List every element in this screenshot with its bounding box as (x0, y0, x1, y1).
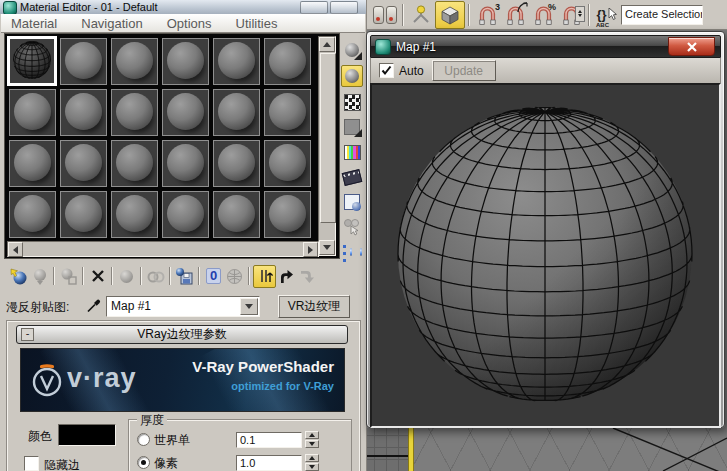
material-id-channel-icon[interactable]: 0 (203, 266, 224, 287)
put-material-to-scene-icon[interactable] (29, 266, 50, 287)
map-name-combobox[interactable]: Map #1 (106, 296, 260, 317)
put-to-library-icon[interactable] (174, 266, 195, 287)
map-window-titlebar[interactable]: Map #1 (370, 35, 721, 58)
viewport-left-grid (363, 428, 408, 471)
material-slot[interactable] (264, 191, 311, 238)
maximize-button[interactable] (330, 1, 358, 14)
palette-vertical-scrollbar[interactable] (318, 36, 336, 256)
assign-material-to-selection-icon[interactable] (58, 266, 79, 287)
material-slot[interactable] (60, 89, 107, 136)
reset-map-icon[interactable] (87, 266, 108, 287)
material-slot[interactable] (264, 89, 311, 136)
make-unique-icon[interactable] (145, 266, 166, 287)
toolbar-separator (588, 4, 590, 26)
map-window-toolbar: Auto Update (370, 58, 721, 83)
video-color-check-icon[interactable] (342, 142, 362, 162)
rollout-header[interactable]: - VRay边纹理参数 (16, 325, 348, 344)
named-selection-sets-icon[interactable]: {} ABC (593, 2, 621, 28)
world-units-radio[interactable] (137, 433, 150, 446)
color-swatch[interactable] (58, 424, 116, 446)
scrollbar-thumb[interactable] (320, 53, 336, 223)
close-button[interactable] (668, 37, 715, 56)
show-map-in-viewport-icon[interactable] (224, 266, 245, 287)
material-slot[interactable] (162, 89, 209, 136)
wireframe-sphere-render (372, 85, 719, 422)
scroll-up-button[interactable] (319, 37, 335, 52)
material-slot[interactable] (8, 37, 56, 85)
material-slot[interactable] (111, 191, 158, 238)
keyboard-override-icon[interactable] (371, 2, 399, 28)
material-editor-titlebar[interactable]: Material Editor - 01 - Default (0, 0, 366, 14)
sample-type-icon[interactable] (342, 40, 362, 60)
material-slot[interactable] (9, 140, 56, 187)
material-slot[interactable] (60, 191, 107, 238)
world-units-field[interactable]: 0.1 (236, 432, 302, 448)
snap-3d-icon[interactable]: 3 (473, 2, 501, 28)
pick-material-eyedropper-icon[interactable] (86, 297, 102, 313)
create-selection-field[interactable]: Create Selection (621, 5, 703, 25)
angle-snap-icon[interactable] (501, 2, 529, 28)
make-preview-icon[interactable] (342, 167, 362, 187)
scroll-left-button[interactable] (8, 242, 23, 257)
material-slot[interactable] (60, 140, 107, 187)
menu-utilities[interactable]: Utilities (236, 16, 278, 31)
sample-uv-tiling-icon[interactable] (342, 117, 362, 137)
pixels-field[interactable]: 1.0 (236, 455, 302, 471)
material-slot[interactable] (213, 38, 260, 85)
material-slot[interactable] (9, 89, 56, 136)
max-app-icon (3, 1, 17, 14)
update-button[interactable]: Update (432, 60, 496, 81)
material-sample-sphere (269, 144, 306, 181)
get-material-icon[interactable] (8, 266, 29, 287)
material-slot[interactable] (162, 38, 209, 85)
material-slot[interactable] (111, 140, 158, 187)
cursor-arrow-glyph (608, 8, 618, 21)
scroll-right-button[interactable] (303, 242, 318, 257)
select-by-material-icon[interactable] (342, 217, 362, 237)
backlight-icon[interactable] (341, 65, 363, 87)
world-units-spinner[interactable] (305, 431, 319, 448)
material-slot[interactable] (60, 38, 107, 85)
material-slot[interactable] (111, 89, 158, 136)
viewport-origin-lines (412, 428, 727, 471)
material-slot[interactable] (162, 191, 209, 238)
make-material-copy-icon[interactable] (116, 266, 137, 287)
sample-slot-grid (7, 36, 315, 240)
cube-icon (439, 4, 461, 26)
map-type-button[interactable]: VR边纹理 (278, 295, 350, 318)
scroll-down-button[interactable] (319, 240, 335, 255)
thickness-groupbox: 厚度 世界单 0.1 像素 1.0 (128, 419, 352, 471)
select-and-manipulate-icon[interactable] (407, 2, 435, 28)
material-slot[interactable] (264, 140, 311, 187)
background-icon[interactable] (342, 92, 362, 112)
material-slot[interactable] (111, 38, 158, 85)
pixels-spinner[interactable] (305, 454, 319, 471)
material-slot[interactable] (213, 89, 260, 136)
material-slot[interactable] (213, 140, 260, 187)
minimize-button[interactable] (300, 1, 328, 14)
pixels-radio[interactable] (137, 456, 150, 469)
menu-options[interactable]: Options (167, 16, 212, 31)
go-to-parent-icon[interactable] (276, 266, 297, 287)
material-sample-sphere (167, 195, 204, 232)
material-slot[interactable] (213, 191, 260, 238)
spinner-snap-icon[interactable] (557, 2, 585, 28)
diffuse-map-label: 漫反射贴图: (6, 299, 69, 316)
material-slot[interactable] (162, 140, 209, 187)
map-preview-window: Map #1 Auto Update (366, 31, 725, 428)
menu-material[interactable]: Material (11, 16, 57, 31)
go-forward-to-sibling-icon[interactable] (297, 266, 318, 287)
hidden-edges-checkbox[interactable] (24, 456, 39, 471)
collapse-icon[interactable]: - (21, 328, 34, 341)
menu-navigation[interactable]: Navigation (81, 16, 142, 31)
material-slot[interactable] (9, 191, 56, 238)
auto-checkbox[interactable]: Auto (379, 63, 424, 78)
palette-horizontal-scrollbar[interactable] (7, 241, 319, 257)
snaps-toggle-button[interactable] (435, 1, 465, 29)
options-icon[interactable] (342, 192, 362, 212)
show-end-result-icon[interactable] (253, 265, 276, 288)
combo-dropdown-button[interactable] (240, 298, 258, 315)
material-slot[interactable] (264, 38, 311, 85)
material-map-navigator-icon[interactable] (342, 242, 362, 262)
percent-snap-icon[interactable]: % (529, 2, 557, 28)
